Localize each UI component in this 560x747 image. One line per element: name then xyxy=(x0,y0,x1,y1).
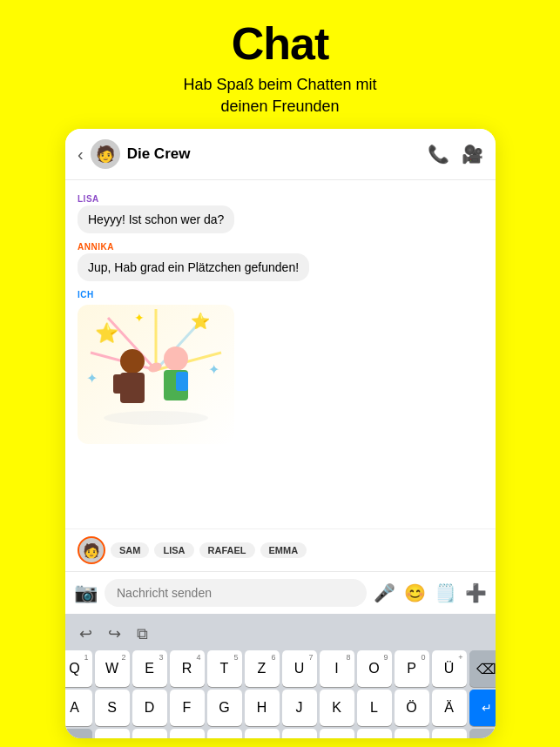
key-exclaim[interactable]: ! xyxy=(357,729,392,738)
key-v[interactable]: V xyxy=(207,729,242,738)
key-w[interactable]: 2W xyxy=(95,650,130,687)
sender-ich: ICH xyxy=(78,290,483,299)
member-chip-rafael[interactable]: RAFAEL xyxy=(199,542,255,558)
key-row-2: A S D F G H J K L Ö Ä ↵ xyxy=(69,690,492,726)
key-r[interactable]: 4R xyxy=(170,650,205,687)
key-y[interactable]: Y xyxy=(95,729,130,738)
chat-header: ‹ 🧑 Die Crew 📞 🎥 xyxy=(65,129,496,180)
key-oe[interactable]: Ö xyxy=(395,690,429,726)
redo-button[interactable]: ↪ xyxy=(105,622,125,645)
key-ue[interactable]: +Ü xyxy=(432,650,467,687)
key-o[interactable]: 9O xyxy=(357,650,392,687)
key-ae[interactable]: Ä xyxy=(432,690,467,726)
member-chip-sam[interactable]: SAM xyxy=(111,542,149,558)
member-chip-emma[interactable]: EMMA xyxy=(260,542,307,558)
back-button[interactable]: ‹ xyxy=(78,145,84,165)
copy-button[interactable]: ⧉ xyxy=(133,623,152,645)
chat-input-area: 📷 🎤 😊 🗒️ ➕ xyxy=(65,571,496,614)
key-b[interactable]: B xyxy=(245,729,280,738)
video-icon[interactable]: 🎥 xyxy=(462,144,483,165)
input-icons: 🎤 😊 🗒️ ➕ xyxy=(374,582,487,603)
key-m[interactable]: M xyxy=(320,729,354,738)
emoji-icon[interactable]: 😊 xyxy=(404,582,426,603)
key-h[interactable]: H xyxy=(245,690,280,726)
svg-point-13 xyxy=(164,347,188,371)
key-d[interactable]: D xyxy=(132,690,167,726)
members-row: 🧑 SAM LISA RAFAEL EMMA xyxy=(65,528,496,571)
key-u[interactable]: 7U xyxy=(282,650,317,687)
key-f[interactable]: F xyxy=(170,690,205,726)
key-row-3: ⇧ Y X C V B N M ! ? ß ⇧ xyxy=(69,729,492,738)
mic-icon[interactable]: 🎤 xyxy=(374,582,395,603)
svg-text:✦: ✦ xyxy=(134,311,145,325)
svg-text:⭐: ⭐ xyxy=(95,321,119,345)
sender-lisa: LISA xyxy=(78,194,483,204)
svg-point-10 xyxy=(120,349,145,374)
svg-point-17 xyxy=(104,411,208,425)
key-question[interactable]: ? xyxy=(395,729,429,738)
key-row-1: 1Q 2W 3E 4R 5T 6Z 7U 8I 9O 0P +Ü ⌫ xyxy=(69,650,492,687)
delete-key[interactable]: ⌫ xyxy=(469,650,496,687)
sender-annika: ANNIKA xyxy=(78,242,483,252)
key-c[interactable]: C xyxy=(170,729,205,738)
app-header: Chat Hab Spaß beim Chatten mitdeinen Fre… xyxy=(0,0,560,131)
add-icon[interactable]: ➕ xyxy=(465,582,487,603)
app-subtitle: Hab Spaß beim Chatten mitdeinen Freunden xyxy=(17,74,543,118)
key-x[interactable]: X xyxy=(132,729,167,738)
message-lisa: Heyyy! Ist schon wer da? xyxy=(78,205,234,233)
member-chip-lisa[interactable]: LISA xyxy=(154,542,193,558)
keyboard-toolbar: ↩ ↪ ⧉ xyxy=(69,619,492,650)
key-q[interactable]: 1Q xyxy=(65,650,92,687)
group-avatar: 🧑 xyxy=(91,139,120,169)
key-a[interactable]: A xyxy=(65,690,92,726)
svg-text:✦: ✦ xyxy=(208,362,219,377)
chat-action-icons: 📞 🎥 xyxy=(428,144,483,165)
phone-icon[interactable]: 📞 xyxy=(428,144,449,165)
phone-mockup: ‹ 🧑 Die Crew 📞 🎥 LISA Heyyy! Ist schon w… xyxy=(65,129,496,738)
svg-text:⭐: ⭐ xyxy=(191,312,211,331)
message-annika: Jup, Hab grad ein Plätzchen gefunden! xyxy=(78,253,309,281)
message-input[interactable] xyxy=(105,579,367,607)
shift-left-key[interactable]: ⇧ xyxy=(65,729,92,738)
key-n[interactable]: N xyxy=(282,729,317,738)
shift-right-key[interactable]: ⇧ xyxy=(469,729,496,738)
key-k[interactable]: K xyxy=(320,690,354,726)
key-s[interactable]: S xyxy=(95,690,130,726)
keyboard-rows: 1Q 2W 3E 4R 5T 6Z 7U 8I 9O 0P +Ü ⌫ A S D… xyxy=(69,650,492,738)
svg-rect-15 xyxy=(176,372,188,391)
app-title: Chat xyxy=(17,19,543,69)
member-avatar-annika[interactable]: 🧑 xyxy=(78,536,105,564)
key-ss[interactable]: ß xyxy=(432,729,467,738)
key-j[interactable]: J xyxy=(282,690,317,726)
sticker-image: ⭐ ⭐ ✦ ✦ ✦ xyxy=(78,305,234,444)
key-e[interactable]: 3E xyxy=(132,650,167,687)
undo-button[interactable]: ↩ xyxy=(76,622,96,645)
key-g[interactable]: G xyxy=(207,690,242,726)
chat-messages: LISA Heyyy! Ist schon wer da? ANNIKA Jup… xyxy=(65,180,496,528)
chat-name: Die Crew xyxy=(127,145,428,163)
key-z[interactable]: 6Z xyxy=(245,650,280,687)
key-t[interactable]: 5T xyxy=(207,650,242,687)
svg-text:✦: ✦ xyxy=(86,371,98,386)
camera-button[interactable]: 📷 xyxy=(74,582,98,604)
keyboard-area: ↩ ↪ ⧉ 1Q 2W 3E 4R 5T 6Z 7U 8I 9O 0P +Ü ⌫ xyxy=(65,614,496,738)
key-i[interactable]: 8I xyxy=(320,650,354,687)
svg-rect-12 xyxy=(113,374,125,394)
key-p[interactable]: 0P xyxy=(395,650,429,687)
return-key[interactable]: ↵ xyxy=(469,690,496,726)
key-l[interactable]: L xyxy=(357,690,392,726)
sticker-icon[interactable]: 🗒️ xyxy=(435,582,456,603)
